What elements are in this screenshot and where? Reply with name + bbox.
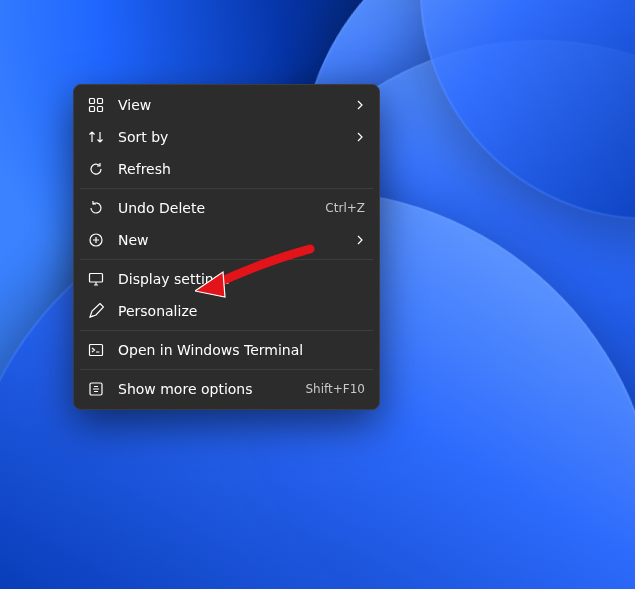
chevron-right-icon (355, 97, 365, 113)
display-icon (88, 271, 104, 287)
menu-item-new[interactable]: New (78, 224, 375, 256)
menu-item-label: Open in Windows Terminal (118, 342, 365, 358)
menu-item-refresh[interactable]: Refresh (78, 153, 375, 185)
menu-separator (80, 259, 373, 260)
personalize-icon (88, 303, 104, 319)
chevron-right-icon (355, 129, 365, 145)
more-icon (88, 381, 104, 397)
menu-item-label: Show more options (118, 381, 295, 397)
menu-item-personalize[interactable]: Personalize (78, 295, 375, 327)
menu-item-label: Personalize (118, 303, 365, 319)
svg-rect-6 (90, 345, 103, 356)
menu-separator (80, 330, 373, 331)
menu-item-label: Undo Delete (118, 200, 315, 216)
menu-item-label: New (118, 232, 345, 248)
svg-rect-1 (98, 99, 103, 104)
menu-item-shortcut: Shift+F10 (305, 382, 365, 396)
grid-icon (88, 97, 104, 113)
menu-item-display-settings[interactable]: Display settings (78, 263, 375, 295)
menu-item-show-more-options[interactable]: Show more options Shift+F10 (78, 373, 375, 405)
sort-icon (88, 129, 104, 145)
svg-rect-2 (90, 107, 95, 112)
menu-separator (80, 188, 373, 189)
menu-item-label: Display settings (118, 271, 365, 287)
svg-rect-0 (90, 99, 95, 104)
menu-item-sort-by[interactable]: Sort by (78, 121, 375, 153)
menu-item-shortcut: Ctrl+Z (325, 201, 365, 215)
new-icon (88, 232, 104, 248)
menu-item-view[interactable]: View (78, 89, 375, 121)
menu-item-label: Sort by (118, 129, 345, 145)
menu-separator (80, 369, 373, 370)
undo-icon (88, 200, 104, 216)
menu-item-label: View (118, 97, 345, 113)
menu-item-undo-delete[interactable]: Undo Delete Ctrl+Z (78, 192, 375, 224)
terminal-icon (88, 342, 104, 358)
menu-item-label: Refresh (118, 161, 365, 177)
chevron-right-icon (355, 232, 365, 248)
menu-item-open-terminal[interactable]: Open in Windows Terminal (78, 334, 375, 366)
refresh-icon (88, 161, 104, 177)
desktop-context-menu: View Sort by Refresh Undo Delete Ctrl+Z … (73, 84, 380, 410)
svg-rect-5 (90, 274, 103, 283)
svg-rect-3 (98, 107, 103, 112)
